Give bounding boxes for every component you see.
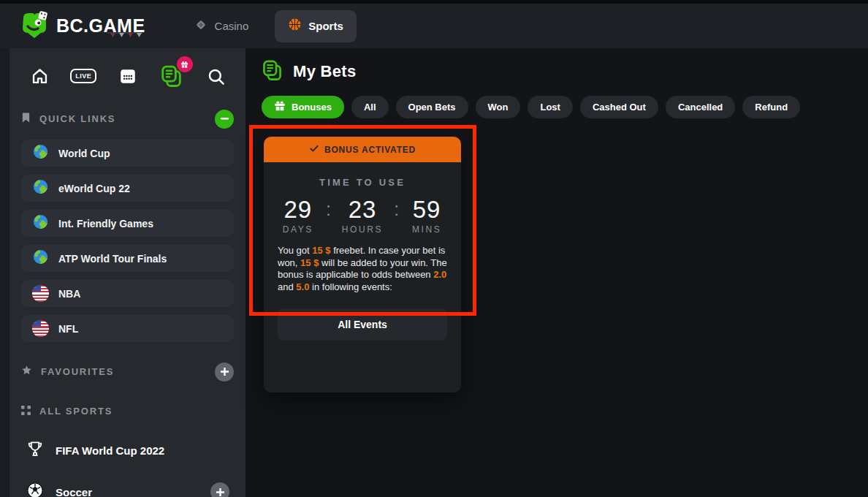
- bonus-status-label: BONUS ACTIVATED: [324, 145, 416, 155]
- star-icon: [21, 365, 32, 379]
- sidebar-icon-row: LIVE: [21, 63, 234, 89]
- countdown-days-label: DAYS: [281, 224, 315, 235]
- quick-link-label: World Cup: [58, 148, 110, 159]
- bonus-gift-badge-icon: [177, 56, 193, 72]
- countdown-hours: 23 HOURS: [342, 196, 383, 235]
- soccer-ball-icon: [26, 481, 45, 497]
- filter-open-bets[interactable]: Open Bets: [396, 96, 468, 118]
- sport-item-label: FIFA World Cup 2022: [56, 444, 164, 457]
- bc-game-mascot-icon: [19, 10, 50, 42]
- filter-label: All: [364, 102, 376, 113]
- countdown-mins-label: MINS: [410, 224, 443, 235]
- filter-label: Bonuses: [292, 102, 332, 113]
- quick-link-label: eWorld Cup 22: [58, 183, 130, 194]
- countdown-mins-value: 59: [410, 196, 443, 224]
- quick-links-list: World Cup eWorld Cup 22: [21, 140, 234, 342]
- desc-highlight-odds-max: 5.0: [296, 281, 309, 292]
- bunting-flags-icon: [106, 29, 144, 42]
- filter-label: Refund: [755, 102, 788, 113]
- favourites-label: FAVOURITES: [41, 366, 114, 377]
- gift-icon: [274, 100, 286, 114]
- filter-lost[interactable]: Lost: [528, 96, 572, 118]
- filter-label: Open Bets: [408, 102, 456, 113]
- quick-link-world-cup[interactable]: World Cup: [21, 140, 234, 167]
- quick-link-int-friendly-games[interactable]: Int. Friendly Games: [21, 210, 234, 237]
- bonus-status-banner: BONUS ACTIVATED: [264, 137, 461, 162]
- sports-tab-label: Sports: [308, 20, 343, 32]
- bet-filter-chips: Bonuses All Open Bets Won Lost Cashed Ou…: [262, 96, 868, 118]
- topbar: BC.GAME Casino: [0, 4, 868, 48]
- tab-casino[interactable]: Casino: [180, 10, 262, 42]
- desc-highlight-amount: 15 $: [312, 245, 330, 256]
- add-favourite-button[interactable]: [215, 363, 234, 382]
- collapse-quick-links-button[interactable]: [215, 110, 234, 129]
- checkmark-icon: [309, 143, 319, 156]
- home-icon[interactable]: [26, 63, 53, 89]
- globe-icon: [32, 143, 49, 163]
- trophy-icon: [26, 439, 45, 461]
- desc-text: and: [278, 281, 296, 292]
- sport-item-label: Soccer: [56, 486, 92, 497]
- desc-text: You got: [278, 245, 312, 256]
- my-bets-icon[interactable]: [159, 63, 185, 89]
- bc-game-sports-page: BC.GAME Casino: [0, 0, 868, 497]
- countdown-separator: :: [394, 196, 399, 222]
- all-events-button[interactable]: All Events: [278, 308, 447, 341]
- tab-sports[interactable]: Sports: [275, 10, 357, 42]
- quick-link-label: ATP World Tour Finals: [58, 253, 167, 265]
- quick-link-label: NBA: [58, 288, 80, 300]
- countdown-days: 29 DAYS: [281, 196, 315, 235]
- left-edge-strip: [0, 48, 9, 497]
- globe-icon: [32, 213, 49, 233]
- desc-highlight-amount: 15 $: [300, 257, 319, 268]
- page-title-row: My Bets: [262, 60, 868, 83]
- time-to-use-label: TIME TO USE: [264, 177, 461, 188]
- casino-tab-label: Casino: [215, 20, 249, 32]
- filter-cancelled[interactable]: Cancelled: [666, 96, 735, 118]
- us-flag-icon: [32, 320, 49, 337]
- filter-label: Cashed Out: [593, 102, 646, 113]
- quick-link-label: Int. Friendly Games: [58, 218, 153, 229]
- brand-logo[interactable]: BC.GAME: [19, 10, 145, 42]
- filter-label: Won: [488, 102, 509, 113]
- globe-icon: [32, 248, 49, 268]
- countdown-mins: 59 MINS: [410, 196, 443, 235]
- all-events-button-label: All Events: [338, 319, 387, 330]
- filter-label: Lost: [540, 102, 560, 113]
- countdown-hours-label: HOURS: [342, 224, 383, 235]
- sidebar-item-fifa-world-cup-2022[interactable]: FIFA World Cup 2022: [21, 438, 234, 463]
- filter-bonuses[interactable]: Bonuses: [262, 96, 344, 118]
- countdown-days-value: 29: [281, 196, 315, 224]
- basketball-icon: [288, 18, 302, 34]
- filter-refund[interactable]: Refund: [742, 96, 800, 118]
- quick-links-header: QUICK LINKS: [21, 109, 234, 129]
- desc-text: in following events:: [309, 281, 392, 292]
- quick-link-label: NFL: [58, 323, 78, 335]
- sidebar-item-soccer[interactable]: Soccer: [21, 479, 234, 497]
- bonus-countdown: 29 DAYS : 23 HOURS : 59 MINS: [264, 196, 461, 235]
- search-icon[interactable]: [202, 63, 229, 89]
- us-flag-icon: [32, 285, 49, 302]
- live-icon[interactable]: LIVE: [70, 63, 96, 89]
- globe-icon: [32, 178, 49, 198]
- filter-all[interactable]: All: [351, 96, 389, 118]
- calendar-icon[interactable]: [115, 63, 141, 89]
- all-sports-header: ALL SPORTS: [21, 401, 234, 421]
- my-bets-title-icon: [262, 59, 283, 85]
- filter-won[interactable]: Won: [476, 96, 521, 118]
- countdown-hours-value: 23: [342, 196, 383, 224]
- bonus-card: BONUS ACTIVATED TIME TO USE 29 DAYS : 23…: [264, 137, 461, 392]
- quick-link-atp-world-tour-finals[interactable]: ATP World Tour Finals: [21, 245, 234, 272]
- grid-icon: [21, 405, 31, 418]
- quick-link-nfl[interactable]: NFL: [21, 315, 234, 342]
- bonus-description: You got 15 $ freebet. In case your bet i…: [278, 245, 447, 293]
- countdown-separator: :: [326, 196, 331, 222]
- quick-link-eworld-cup-22[interactable]: eWorld Cup 22: [21, 175, 234, 202]
- expand-soccer-button[interactable]: [210, 482, 229, 497]
- quick-link-nba[interactable]: NBA: [21, 280, 234, 307]
- filter-cashed-out[interactable]: Cashed Out: [580, 96, 658, 118]
- desc-highlight-odds-min: 2.0: [433, 269, 446, 280]
- all-sports-label: ALL SPORTS: [39, 406, 113, 417]
- casino-cards-icon: [194, 18, 208, 35]
- sidebar: LIVE: [9, 48, 245, 497]
